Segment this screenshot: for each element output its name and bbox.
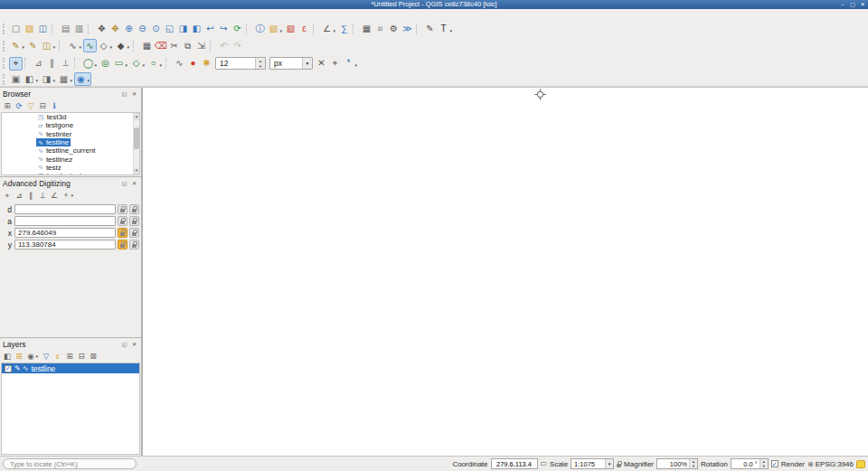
collapse-all-button[interactable]: ⊟ [37, 100, 48, 111]
pan-to-selection-button[interactable]: ✥ [108, 23, 122, 36]
pan-map-button[interactable]: ✥ [95, 23, 108, 36]
repeat-lock-button[interactable] [129, 240, 139, 250]
float-panel-button[interactable]: ◱ [120, 340, 128, 348]
locate-input[interactable] [3, 458, 137, 469]
annotation-color-button[interactable]: ● [186, 57, 200, 71]
add-group-button[interactable]: ⊞ [14, 351, 24, 362]
toggle-editing-button[interactable]: ✎ [26, 39, 40, 52]
text-annotation-button[interactable]: T [437, 23, 454, 36]
measure-button[interactable]: ∠ [320, 23, 337, 36]
float-panel-button[interactable]: ◱ [120, 179, 128, 187]
collapse-all-button[interactable]: ⊟ [76, 351, 87, 362]
symbology-dropdown-button[interactable]: ▦ [57, 72, 74, 86]
circle-from-2-points-button[interactable]: ◯ [81, 57, 99, 71]
lock-scale-icon[interactable] [617, 464, 621, 467]
enable-advanced-digitizing-button[interactable]: ⌖ [9, 57, 23, 71]
close-panel-button[interactable]: ✕ [130, 89, 138, 98]
layer-styling-button[interactable]: ▣ [9, 72, 23, 86]
open-layer-styling-button[interactable]: ◧ [2, 351, 13, 362]
stream-digitizing-button[interactable]: ∿ [173, 57, 186, 71]
zoom-native-button[interactable]: ⊙ [149, 23, 163, 36]
lock-button[interactable] [118, 228, 127, 238]
render-checkbox[interactable]: ✓ [771, 460, 778, 467]
digitize-with-segment-button[interactable]: ∿ [66, 39, 83, 52]
attribute-table-button[interactable]: ▦ [360, 23, 373, 36]
spin-down-button[interactable]: ▼ [690, 464, 697, 468]
scale-combo[interactable]: 1:1075 ▼ [571, 458, 614, 469]
rotation-spinbox[interactable]: 0.0 ° ▲▼ [731, 458, 769, 469]
deselect-features-button[interactable]: ▧ [284, 23, 297, 36]
spin-down-button[interactable]: ▼ [256, 63, 265, 69]
select-by-expression-button[interactable]: ε [297, 23, 311, 36]
modify-attributes-button[interactable]: ▦ [140, 39, 154, 52]
toolbar-grip[interactable] [3, 24, 6, 34]
open-project-button[interactable]: ▨ [23, 23, 36, 36]
zoom-to-selection-button[interactable]: ◨ [176, 23, 190, 36]
minimize-button[interactable]: – [839, 1, 846, 9]
add-selected-layers-button[interactable]: ⊞ [2, 100, 13, 111]
units-combo[interactable]: px ▼ [269, 57, 313, 70]
new-print-layout-button[interactable]: ▤ [59, 23, 72, 36]
zoom-to-layer-button[interactable]: ◧ [190, 23, 203, 36]
zoom-out-button[interactable]: ⊖ [136, 23, 149, 36]
new-project-button[interactable]: ▢ [9, 23, 23, 36]
properties-button[interactable]: ℹ [49, 100, 60, 111]
toolbar-grip[interactable] [3, 74, 6, 85]
layout-manager-button[interactable]: ▥ [72, 23, 86, 36]
remove-layer-button[interactable]: ⊠ [88, 351, 99, 362]
coordinate-input[interactable] [491, 458, 538, 469]
ellipse-button[interactable]: ○ [146, 57, 164, 71]
new-annotation-button[interactable]: ✎ [423, 23, 437, 36]
toggle-extents-icon[interactable]: ▭ [541, 460, 548, 467]
undo-button[interactable]: ↶ [217, 39, 231, 52]
identify-features-button[interactable]: ⓘ [253, 23, 267, 36]
tree-scrollbar[interactable]: ▲ ▼ [133, 113, 139, 174]
browser-item[interactable]: ◳test3d [2, 113, 133, 121]
scroll-up-icon[interactable]: ▲ [134, 113, 139, 120]
map-themes-dropdown-button[interactable]: ◧ [23, 72, 40, 86]
filter-legend-button[interactable]: ▽ [41, 351, 52, 362]
repeat-lock-button[interactable] [129, 216, 139, 226]
snapping-dropdown-button[interactable]: * [342, 57, 359, 71]
redo-button[interactable]: ↷ [231, 39, 244, 52]
chevron-down-icon[interactable]: ▼ [302, 58, 312, 69]
paste-features-button[interactable]: ⇲ [194, 39, 208, 52]
filter-by-expression-button[interactable]: ε [52, 351, 63, 362]
copy-features-button[interactable]: ⧉ [181, 39, 194, 52]
filter-browser-button[interactable]: ▽ [25, 100, 36, 111]
perpendicular-constraint-button[interactable]: ⊥ [59, 57, 72, 71]
snapping-toggle-button[interactable]: ◉ [74, 72, 91, 86]
font-size-spinbox[interactable]: 12 ▲▼ [215, 57, 266, 70]
browser-item[interactable]: ∿testz [2, 164, 133, 172]
delete-selected-button[interactable]: ⌫ [154, 39, 167, 52]
repeat-lock-button[interactable] [129, 204, 139, 214]
map-canvas[interactable] [143, 88, 868, 456]
magnifier-spinbox[interactable]: 100% ▲▼ [656, 458, 698, 469]
close-panel-button[interactable]: ✕ [130, 179, 138, 187]
browser-item[interactable]: ∿testlinez [2, 155, 133, 163]
expand-all-button[interactable]: ⊞ [64, 351, 75, 362]
scrollbar-thumb[interactable] [134, 127, 139, 149]
zoom-full-button[interactable]: ◱ [163, 23, 176, 36]
close-panel-button[interactable]: ✕ [130, 340, 138, 348]
filter-legend-dropdown-button[interactable]: ◨ [40, 72, 57, 86]
messages-icon[interactable] [856, 460, 865, 468]
field-calculator-button[interactable]: ⌗ [373, 23, 387, 36]
layer-visibility-checkbox[interactable]: ✓ [5, 365, 12, 372]
repeat-lock-button[interactable] [129, 228, 139, 238]
zoom-last-button[interactable]: ↩ [203, 23, 217, 36]
lock-button[interactable] [118, 216, 127, 226]
statistical-summary-button[interactable]: ∑ [337, 23, 351, 36]
field-input[interactable]: 279.646049 [14, 228, 116, 238]
zoom-in-button[interactable]: ⊕ [122, 23, 136, 36]
parallel-button[interactable]: ∥ [25, 190, 36, 201]
enable-advanced-digitizing-button[interactable]: ⌖ [2, 190, 13, 201]
processing-toolbox-button[interactable]: ⚙ [387, 23, 401, 36]
lock-button[interactable] [118, 204, 127, 214]
manage-map-themes-button[interactable]: ◉ [25, 351, 40, 362]
current-edits-button[interactable]: ✎ [9, 39, 26, 52]
clear-constraints-button[interactable]: ✕ [315, 57, 328, 71]
field-input[interactable] [14, 204, 116, 214]
vertex-tool-button[interactable]: ◆ [114, 39, 131, 52]
spin-down-button[interactable]: ▼ [760, 464, 768, 468]
